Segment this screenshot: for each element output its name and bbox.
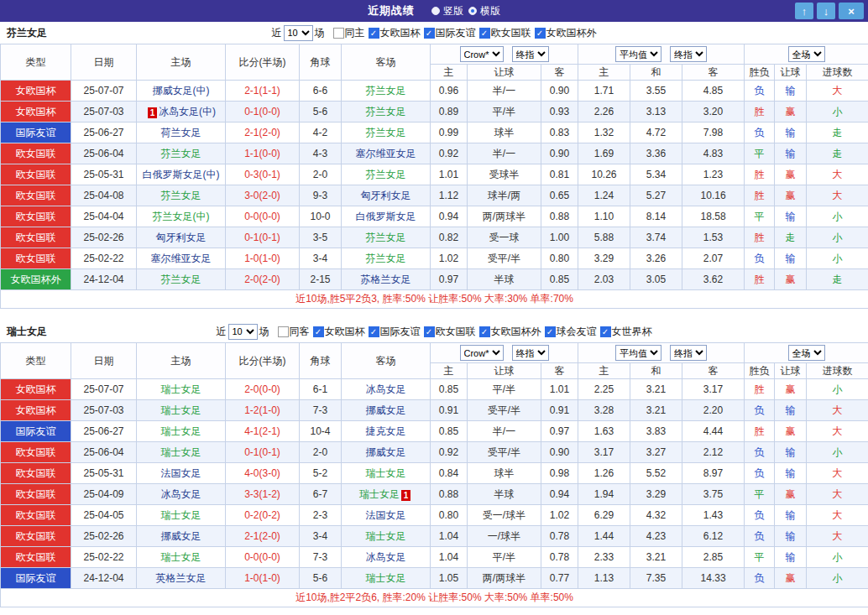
away-team[interactable]: 瑞士女足 xyxy=(366,572,406,584)
bookmaker-select[interactable]: Crow* xyxy=(460,46,504,62)
result-wdl: 平 xyxy=(745,143,775,164)
competition-checkbox-3[interactable]: ✓女欧国杯外 xyxy=(479,325,541,339)
home-team[interactable]: 芬兰女足 xyxy=(161,148,201,159)
home-team[interactable]: 冰岛女足 xyxy=(161,488,201,500)
home-team[interactable]: 芬兰女足 xyxy=(161,274,201,285)
avg-draw: 5.34 xyxy=(630,164,682,185)
home-team[interactable]: 冰岛女足(中) xyxy=(159,106,216,117)
odds-group-average-selects: 平均值终指 xyxy=(578,46,744,62)
competition-checkbox-5[interactable]: ✓女世界杯 xyxy=(600,325,652,339)
competition-checkbox-1[interactable]: ✓国际友谊 xyxy=(424,26,476,40)
home-team[interactable]: 瑞士女足 xyxy=(161,509,201,521)
odds-handicap: 半/一 xyxy=(468,81,541,102)
result-wdl: 负 xyxy=(745,568,775,589)
home-team[interactable]: 芬兰女足(中) xyxy=(153,211,210,222)
home-team[interactable]: 芬兰女足 xyxy=(161,190,201,201)
home-team[interactable]: 挪威女足(中) xyxy=(153,85,210,96)
move-up-button[interactable]: ↑ xyxy=(795,3,813,19)
same-venue-checkbox-icon[interactable] xyxy=(333,28,344,39)
match-count-select[interactable]: 10 xyxy=(228,324,258,340)
home-team[interactable]: 法国女足 xyxy=(161,467,201,479)
home-team[interactable]: 瑞士女足 xyxy=(161,446,201,458)
competition-checkbox-icon[interactable]: ✓ xyxy=(424,326,435,337)
column-header: 主场 xyxy=(137,44,226,81)
move-down-button[interactable]: ↓ xyxy=(817,3,835,19)
bookmaker-select[interactable]: Crow* xyxy=(460,345,504,361)
competition-checkbox-icon[interactable]: ✓ xyxy=(479,28,490,39)
final-odds-select-2[interactable]: 终指 xyxy=(670,345,707,361)
away-team-cell: 芬兰女足 xyxy=(342,81,431,102)
competition-checkbox-4[interactable]: ✓球会友谊 xyxy=(545,325,597,339)
competition-checkbox-icon[interactable]: ✓ xyxy=(535,28,546,39)
away-team[interactable]: 瑞士女足 xyxy=(366,530,406,542)
score: 1-0(1-0) xyxy=(226,568,300,589)
home-team[interactable]: 匈牙利女足 xyxy=(156,232,207,243)
competition-checkbox-icon[interactable]: ✓ xyxy=(313,326,324,337)
home-team[interactable]: 瑞士女足 xyxy=(161,404,201,416)
away-team[interactable]: 挪威女足 xyxy=(366,446,406,458)
away-team[interactable]: 芬兰女足 xyxy=(366,169,406,180)
competition-checkbox-3[interactable]: ✓女欧国杯外 xyxy=(535,26,597,40)
away-team[interactable]: 法国女足 xyxy=(366,509,406,521)
competition-label: 欧女国联 xyxy=(436,325,476,339)
competition-checkbox-icon[interactable]: ✓ xyxy=(600,326,611,337)
away-team[interactable]: 瑞士女足 xyxy=(366,467,406,479)
home-team[interactable]: 塞尔维亚女足 xyxy=(151,253,212,264)
competition-checkbox-icon[interactable]: ✓ xyxy=(369,326,379,337)
average-select[interactable]: 平均值 xyxy=(615,345,661,361)
home-team[interactable]: 荷兰女足 xyxy=(161,127,201,138)
home-team[interactable]: 瑞士女足 xyxy=(161,551,201,563)
away-team[interactable]: 芬兰女足 xyxy=(366,127,406,138)
away-team[interactable]: 芬兰女足 xyxy=(366,232,406,243)
away-team[interactable]: 挪威女足 xyxy=(366,404,406,416)
fullmatch-select[interactable]: 全场 xyxy=(788,345,825,361)
away-team[interactable]: 匈牙利女足 xyxy=(361,190,411,201)
avg-home: 2.26 xyxy=(578,102,630,122)
competition-checkbox-icon[interactable]: ✓ xyxy=(479,326,490,337)
home-team[interactable]: 瑞士女足 xyxy=(161,425,201,437)
away-team[interactable]: 白俄罗斯女足 xyxy=(356,211,416,222)
layout-radio-0[interactable]: 竖版 xyxy=(431,4,463,18)
final-odds-select[interactable]: 终指 xyxy=(512,46,549,62)
final-odds-select-2[interactable]: 终指 xyxy=(670,46,707,62)
competition-checkbox-2[interactable]: ✓欧女国联 xyxy=(479,26,531,40)
away-team[interactable]: 苏格兰女足 xyxy=(361,274,411,285)
competition-checkbox-icon[interactable]: ✓ xyxy=(369,28,379,39)
final-odds-select[interactable]: 终指 xyxy=(512,345,549,361)
result-goals: 小 xyxy=(807,442,868,463)
average-select[interactable]: 平均值 xyxy=(615,46,661,62)
match-count-select[interactable]: 10 xyxy=(284,25,313,41)
sub-column-header: 和 xyxy=(630,363,682,379)
competition-checkbox-1[interactable]: ✓国际友谊 xyxy=(369,325,421,339)
fullmatch-select[interactable]: 全场 xyxy=(788,46,825,62)
home-team[interactable]: 挪威女足 xyxy=(161,530,201,542)
layout-radio-1[interactable]: 横版 xyxy=(468,4,500,18)
away-team[interactable]: 芬兰女足 xyxy=(366,253,406,264)
home-team[interactable]: 英格兰女足 xyxy=(156,572,207,584)
match-date: 25-04-04 xyxy=(71,206,137,227)
avg-home: 5.88 xyxy=(578,227,630,248)
competition-checkbox-0[interactable]: ✓女欧国杯 xyxy=(369,26,421,40)
away-team[interactable]: 芬兰女足 xyxy=(366,106,406,117)
result-group: 全场 xyxy=(745,44,868,65)
competition-checkbox-2[interactable]: ✓欧女国联 xyxy=(424,325,476,339)
same-venue-checkbox-icon[interactable] xyxy=(278,326,289,337)
same-venue-checkbox[interactable]: 同客 xyxy=(278,325,310,339)
corners: 2-0 xyxy=(300,164,342,185)
away-team[interactable]: 冰岛女足 xyxy=(366,551,406,563)
competition-checkbox-icon[interactable]: ✓ xyxy=(545,326,556,337)
avg-home: 1.94 xyxy=(578,484,630,505)
away-team[interactable]: 捷克女足 xyxy=(366,425,406,437)
odds-handicap: 两/两球半 xyxy=(468,568,541,589)
away-team[interactable]: 塞尔维亚女足 xyxy=(356,148,416,159)
away-team[interactable]: 芬兰女足 xyxy=(366,85,406,96)
same-venue-checkbox[interactable]: 同主 xyxy=(333,26,365,40)
close-button[interactable]: × xyxy=(839,3,864,19)
home-team[interactable]: 瑞士女足 xyxy=(161,383,201,395)
competition-checkbox-icon[interactable]: ✓ xyxy=(424,28,435,39)
competition-checkbox-0[interactable]: ✓女欧国杯 xyxy=(313,325,365,339)
home-team[interactable]: 白俄罗斯女足(中) xyxy=(143,169,220,180)
away-team[interactable]: 冰岛女足 xyxy=(366,383,406,395)
away-team[interactable]: 瑞士女足 xyxy=(359,488,400,500)
score: 1-0(1-0) xyxy=(226,248,300,269)
